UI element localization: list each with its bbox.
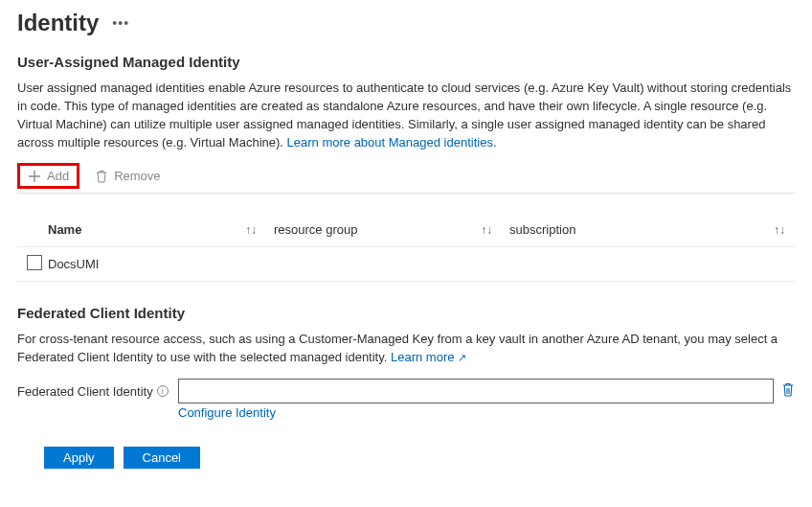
federated-learn-text: Learn more [391,350,454,364]
grid-header: Name ↑↓ resource group ↑↓ subscription ↑… [17,222,795,247]
federated-client-input[interactable] [178,379,774,403]
federated-section: Federated Client Identity For cross-tena… [17,305,795,420]
add-button[interactable]: Add [17,163,79,189]
col-name-head[interactable]: Name ↑↓ [48,222,274,237]
info-icon[interactable]: i [157,385,169,397]
table-row[interactable]: DocsUMI [17,247,795,282]
federated-heading: Federated Client Identity [17,305,795,321]
uami-heading: User-Assigned Managed Identity [17,54,795,70]
plus-icon [28,170,41,183]
col-rg-label: resource group [274,222,357,237]
sort-icon: ↑↓ [481,223,492,237]
row-name: DocsUMI [48,257,99,271]
page-title: Identity [17,10,99,36]
add-label: Add [47,169,69,183]
col-sub-head[interactable]: subscription ↑↓ [509,222,795,237]
remove-label: Remove [114,169,160,183]
uami-description: User assigned managed identities enable … [17,80,795,151]
page-header: Identity ••• [17,10,795,36]
col-name-label: Name [48,222,81,237]
configure-identity-link[interactable]: Configure Identity [178,405,795,420]
row-name-cell: DocsUMI [48,257,274,271]
period: . [493,135,497,150]
federated-field-label: Federated Client Identity i [17,384,170,399]
external-link-icon: ↗ [458,352,466,363]
sort-icon: ↑↓ [774,223,785,237]
apply-button[interactable]: Apply [44,447,114,469]
remove-button[interactable]: Remove [95,169,160,183]
more-icon[interactable]: ••• [112,15,129,31]
clear-federated-button[interactable] [781,382,795,401]
federated-field-row: Federated Client Identity i [17,379,795,403]
uami-toolbar: Add Remove [17,163,795,194]
cancel-button[interactable]: Cancel [124,447,200,469]
federated-learn-link[interactable]: Learn more ↗ [391,350,466,364]
row-checkbox[interactable] [27,255,42,270]
sort-icon: ↑↓ [245,223,257,237]
col-rg-head[interactable]: resource group ↑↓ [274,222,509,237]
row-checkbox-cell [17,255,48,273]
federated-description: For cross-tenant resource access, such a… [17,331,795,367]
col-sub-label: subscription [509,222,575,237]
trash-icon [95,170,108,183]
federated-label-text: Federated Client Identity [17,384,153,399]
uami-learn-link[interactable]: Learn more about Managed identities [287,135,493,150]
action-buttons: Apply Cancel [17,447,795,469]
